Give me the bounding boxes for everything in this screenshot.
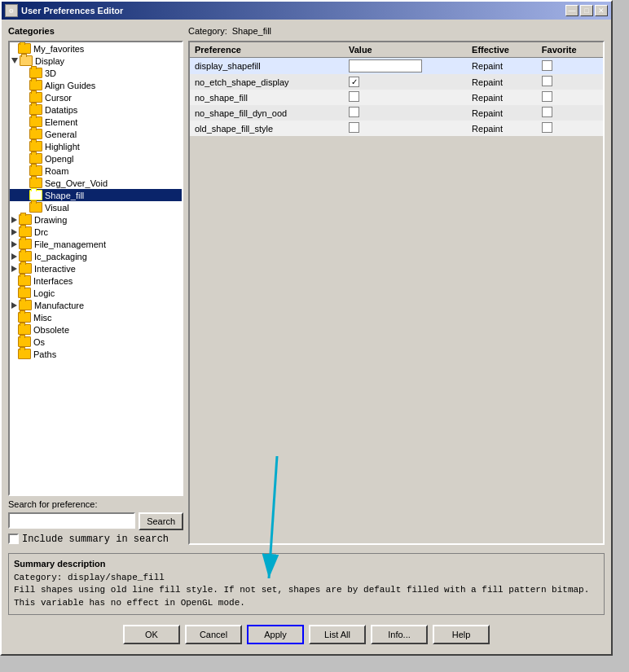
- folder-closed-icon: [29, 68, 42, 78]
- folder-closed-icon: [29, 129, 42, 139]
- tree-item-highlight[interactable]: Highlight: [10, 140, 182, 152]
- tree-item-drc[interactable]: Drc: [10, 226, 182, 238]
- tree-item-element[interactable]: Element: [10, 116, 182, 128]
- folder-closed-icon: [29, 202, 42, 213]
- pref-name: no_shape_fill: [190, 90, 344, 105]
- tree-item-my-favorites[interactable]: My_favorites: [10, 42, 182, 55]
- pref-favorite[interactable]: [537, 90, 603, 105]
- tree-item-opengl[interactable]: Opengl: [10, 152, 182, 165]
- search-area: Search for preference: Search Include su…: [8, 499, 183, 545]
- include-summary-checkbox[interactable]: [8, 534, 19, 544]
- tree-item-logic[interactable]: Logic: [10, 287, 182, 299]
- tree-item-ic-packaging[interactable]: Ic_packaging: [10, 250, 182, 262]
- preferences-table-container: Preference Value Effective Favorite disp…: [188, 41, 605, 545]
- folder-closed-icon: [18, 275, 31, 286]
- triangle-right-icon: [11, 302, 17, 309]
- favorite-checkbox[interactable]: [542, 107, 552, 117]
- list-all-button[interactable]: List All: [309, 625, 366, 644]
- tree-item-drawing[interactable]: Drawing: [10, 213, 182, 226]
- cancel-button[interactable]: Cancel: [185, 625, 242, 644]
- tree-item-visual[interactable]: Visual: [10, 201, 182, 213]
- favorite-checkbox[interactable]: [542, 122, 552, 133]
- table-row: display_shapefill Repaint: [190, 58, 603, 75]
- tree-item-misc[interactable]: Misc: [10, 311, 182, 323]
- triangle-right-icon: [11, 253, 17, 260]
- pref-name: no_etch_shape_display: [190, 74, 344, 90]
- pref-value[interactable]: [344, 105, 467, 121]
- tree-item-roam[interactable]: Roam: [10, 165, 182, 177]
- maximize-button[interactable]: □: [580, 5, 593, 16]
- triangle-right-icon: [11, 266, 17, 272]
- pref-name: no_shape_fill_dyn_ood: [190, 105, 344, 121]
- folder-open-icon: [29, 190, 42, 200]
- tree-item-shape-fill[interactable]: Shape_fill: [10, 189, 182, 201]
- folder-closed-icon: [29, 141, 42, 152]
- favorite-checkbox[interactable]: [542, 76, 552, 86]
- pref-value[interactable]: [344, 74, 467, 90]
- triangle-right-icon: [11, 241, 17, 248]
- triangle-right-icon: [11, 229, 17, 235]
- bottom-buttons: OK Cancel Apply List All Info... Help: [8, 620, 605, 648]
- folder-open-icon: [20, 55, 33, 66]
- tree-item-seg-over-void[interactable]: Seg_Over_Void: [10, 177, 182, 189]
- info-button[interactable]: Info...: [371, 625, 428, 644]
- pref-effective: Repaint: [467, 74, 537, 90]
- ok-button[interactable]: OK: [123, 625, 180, 644]
- minimize-button[interactable]: —: [565, 5, 578, 16]
- tree-item-3d[interactable]: 3D: [10, 67, 182, 79]
- apply-button[interactable]: Apply: [247, 625, 304, 644]
- triangle-down-icon: [11, 58, 18, 64]
- pref-name: display_shapefill: [190, 58, 344, 75]
- folder-closed-icon: [29, 92, 42, 103]
- favorite-checkbox[interactable]: [542, 91, 552, 102]
- tree-item-align-guides[interactable]: Align Guides: [10, 79, 182, 91]
- pref-value[interactable]: [344, 58, 467, 75]
- folder-closed-icon: [19, 239, 32, 249]
- pref-favorite[interactable]: [537, 74, 603, 90]
- value-checkbox[interactable]: [349, 107, 359, 117]
- tree-item-obsolete[interactable]: Obsolete: [10, 323, 182, 336]
- tree-item-general[interactable]: General: [10, 128, 182, 140]
- summary-title: Summary description: [14, 559, 599, 569]
- folder-closed-icon: [18, 288, 31, 298]
- tree-item-manufacture[interactable]: Manufacture: [10, 299, 182, 311]
- tree-item-display[interactable]: Display: [10, 55, 182, 67]
- tree-item-paths[interactable]: Paths: [10, 348, 182, 360]
- tree-item-datatips[interactable]: Datatips: [10, 103, 182, 116]
- tree-item-interactive[interactable]: Interactive: [10, 262, 182, 275]
- categories-label: Categories: [8, 26, 183, 36]
- preferences-table: Preference Value Effective Favorite disp…: [190, 42, 603, 136]
- value-checkbox[interactable]: [349, 77, 359, 87]
- pref-favorite[interactable]: [537, 105, 603, 121]
- tree-item-os[interactable]: Os: [10, 336, 182, 348]
- pref-effective: Repaint: [467, 121, 537, 136]
- tree-item-interfaces[interactable]: Interfaces: [10, 275, 182, 287]
- folder-closed-icon: [29, 178, 42, 188]
- title-bar: ⚙ User Preferences Editor — □ ✕: [2, 2, 611, 20]
- tree-item-cursor[interactable]: Cursor: [10, 91, 182, 103]
- value-text-input[interactable]: [349, 59, 422, 72]
- pref-value[interactable]: [344, 121, 467, 136]
- category-label: Category:: [188, 26, 227, 36]
- col-value: Value: [344, 42, 467, 58]
- favorite-checkbox[interactable]: [542, 60, 552, 71]
- col-effective: Effective: [467, 42, 537, 58]
- pref-value[interactable]: [344, 90, 467, 105]
- pref-favorite[interactable]: [537, 121, 603, 136]
- pref-favorite[interactable]: [537, 58, 603, 75]
- value-checkbox[interactable]: [349, 91, 359, 102]
- close-button[interactable]: ✕: [595, 5, 608, 16]
- search-button[interactable]: Search: [139, 512, 183, 530]
- table-row: no_etch_shape_display Repaint: [190, 74, 603, 90]
- table-row: no_shape_fill_dyn_ood Repaint: [190, 105, 603, 121]
- value-checkbox[interactable]: [349, 122, 359, 133]
- folder-closed-icon: [18, 312, 31, 323]
- search-input[interactable]: [8, 512, 135, 529]
- app-icon: ⚙: [5, 4, 18, 17]
- include-summary-row: Include summary in search: [8, 534, 183, 545]
- tree-item-file-management[interactable]: File_management: [10, 238, 182, 250]
- help-button[interactable]: Help: [433, 625, 490, 644]
- summary-section: Summary description Category: display/sh…: [8, 553, 605, 615]
- summary-description: Fill shapes using old line fill style. I…: [14, 584, 599, 609]
- summary-text: Category: display/shape_fill Fill shapes…: [14, 572, 599, 609]
